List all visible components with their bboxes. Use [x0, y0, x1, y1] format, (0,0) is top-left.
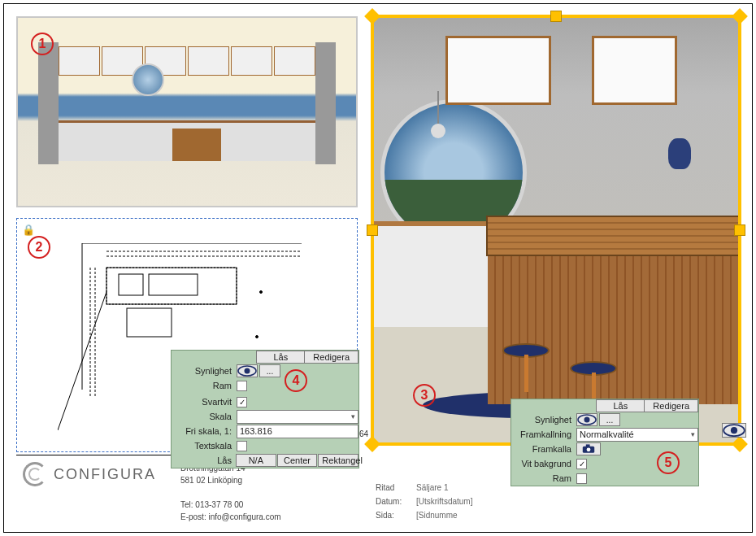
resize-handle-l[interactable] [367, 224, 378, 236]
freescale-label: Fri skala, 1: [172, 426, 237, 436]
meta-label: Sida: [376, 511, 416, 520]
properties-panel-plan: Lås Redigera Synlighet ... Ram Svartvit … [171, 350, 359, 468]
svg-point-15 [731, 427, 737, 434]
frame-checkbox[interactable] [237, 381, 247, 391]
meta-label: Ritad [376, 483, 416, 492]
scale-dropdown[interactable] [237, 410, 358, 424]
brand-logo: CONFIGURA [23, 462, 156, 486]
edit-button[interactable]: Redigera [304, 351, 358, 364]
brand-name: CONFIGURA [54, 466, 156, 483]
lock-rect-button[interactable]: Rektangel [318, 454, 358, 467]
callout-3: 3 [413, 384, 436, 407]
bw-checkbox[interactable]: ✓ [237, 397, 247, 407]
render-image-large [374, 18, 738, 442]
camera-icon [582, 444, 595, 454]
callout-4: 4 [285, 369, 307, 392]
textscale-checkbox[interactable] [237, 441, 247, 451]
render-quality-label: Framkallning [511, 429, 576, 439]
svg-rect-3 [106, 268, 237, 304]
svg-point-17 [245, 368, 250, 374]
svg-rect-21 [586, 444, 590, 447]
eye-icon [577, 414, 597, 425]
svg-point-12 [260, 291, 263, 294]
lock-center-button[interactable]: Center [277, 454, 318, 467]
render-quality-dropdown[interactable]: Normalkvalité [576, 428, 698, 442]
callout-5: 5 [657, 451, 680, 474]
svg-rect-7 [127, 308, 172, 337]
render-image-small [18, 18, 356, 206]
render-preview-small[interactable] [16, 16, 358, 207]
eye-icon [723, 424, 745, 437]
lock-na-button[interactable]: N/A [236, 454, 276, 467]
meta-value: [Sidnumme [416, 511, 458, 520]
visibility-more-button[interactable]: ... [599, 413, 620, 426]
callout-2: 2 [28, 236, 50, 259]
lock-label: Lås [172, 455, 237, 465]
scale-label: Skala [172, 412, 237, 421]
whitebg-checkbox[interactable]: ✓ [576, 459, 587, 469]
whitebg-label: Vit bakgrund [511, 459, 576, 468]
render-preview-large[interactable] [374, 18, 738, 442]
addr-line: 581 02 Linköping [180, 474, 281, 486]
meta-value: [Utskriftsdatum] [416, 497, 472, 506]
callout-1: 1 [31, 33, 54, 55]
meta-value: Säljare 1 [416, 483, 448, 492]
lock-icon: 🔒 [22, 224, 35, 236]
visibility-eye-button[interactable] [237, 364, 258, 377]
develop-button[interactable] [576, 442, 601, 455]
visibility-label: Synlighet [511, 415, 576, 425]
freescale-input[interactable]: 163.816 [237, 425, 358, 438]
logo-mark-icon [23, 462, 47, 486]
svg-point-13 [256, 336, 259, 338]
svg-point-19 [584, 417, 590, 423]
edit-button[interactable]: Redigera [644, 399, 698, 412]
svg-rect-6 [149, 274, 198, 295]
resize-handle-r[interactable] [734, 224, 745, 236]
svg-point-22 [587, 447, 591, 451]
eye-icon [237, 365, 257, 377]
frame-checkbox[interactable] [576, 473, 587, 484]
bw-label: Svartvit [172, 397, 237, 407]
frame-label: Ram [172, 381, 237, 390]
email-line: E-post: info@configura.com [180, 511, 281, 523]
resize-handle-t[interactable] [550, 11, 562, 22]
visibility-more-button[interactable]: ... [259, 364, 280, 377]
develop-label: Framkalla [511, 444, 576, 454]
frame-label: Ram [511, 473, 576, 483]
lock-button[interactable]: Lås [256, 351, 305, 364]
textscale-label: Textskala [172, 441, 237, 451]
stray-number: 64 [359, 429, 368, 438]
svg-rect-5 [119, 274, 143, 295]
visibility-eye-button[interactable] [576, 413, 597, 426]
tel-line: Tel: 013-37 78 00 [180, 499, 281, 511]
visibility-label: Synlighet [172, 366, 237, 376]
print-metadata: Ritad Säljare 1 Datum: [Utskriftsdatum] … [376, 483, 538, 525]
company-info: Drottninggatan 14 581 02 Linköping Tel: … [180, 462, 281, 523]
meta-label: Datum: [376, 497, 416, 506]
visibility-toggle-floating[interactable] [722, 423, 746, 438]
svg-rect-4 [106, 268, 237, 304]
lock-button[interactable]: Lås [596, 399, 645, 412]
